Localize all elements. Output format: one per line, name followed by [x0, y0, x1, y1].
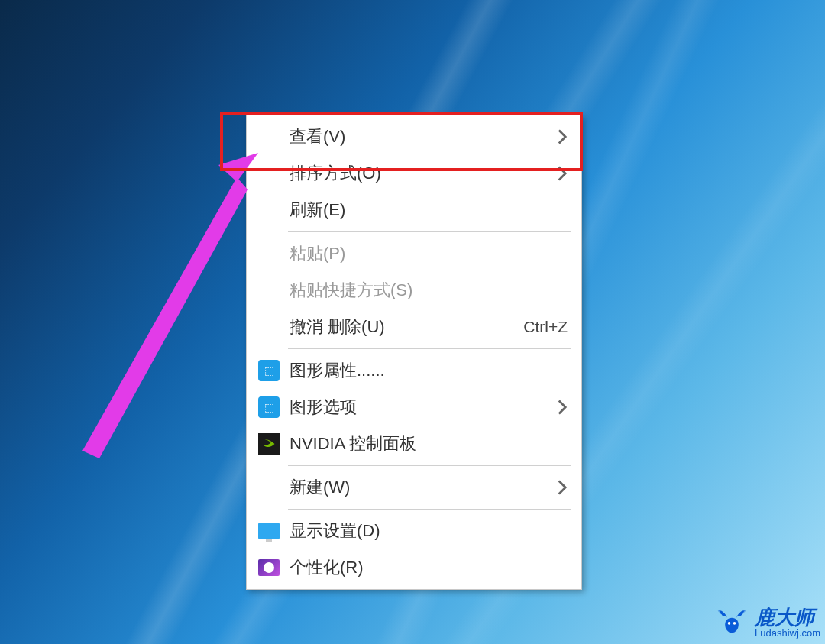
menu-item-nvidia-control-panel[interactable]: NVIDIA 控制面板: [248, 426, 580, 462]
menu-item-view[interactable]: 查看(V): [248, 118, 580, 155]
watermark-url: Ludashiwj.com: [755, 628, 820, 639]
chevron-right-icon: [557, 398, 568, 416]
menu-item-paste-shortcut: 粘贴快捷方式(S): [248, 272, 580, 309]
menu-item-undo-delete[interactable]: 撤消 删除(U) Ctrl+Z: [248, 309, 580, 345]
menu-item-label: 显示设置(D): [290, 519, 568, 542]
menu-item-label: 排序方式(O): [290, 162, 557, 185]
blank-icon: [254, 125, 283, 148]
menu-item-paste: 粘贴(P): [248, 235, 580, 272]
intel-graphics-icon: ⬚: [254, 396, 283, 419]
menu-separator: [288, 509, 571, 510]
svg-point-2: [728, 622, 731, 625]
menu-item-label: 撤消 删除(U): [290, 316, 523, 338]
menu-item-personalize[interactable]: 个性化(R): [248, 549, 580, 586]
deer-logo-icon: [715, 606, 749, 639]
desktop-context-menu: 查看(V) 排序方式(O) 刷新(E) 粘贴(P) 粘贴快捷方式(S) 撤消 删…: [246, 115, 582, 590]
menu-item-shortcut: Ctrl+Z: [523, 318, 568, 336]
chevron-right-icon: [557, 478, 568, 497]
blank-icon: [254, 476, 283, 499]
menu-item-graphics-properties[interactable]: ⬚ 图形属性......: [248, 352, 580, 389]
menu-item-label: 图形选项: [290, 396, 557, 419]
watermark: 鹿大师 Ludashiwj.com: [715, 606, 820, 639]
menu-item-new[interactable]: 新建(W): [248, 469, 580, 506]
svg-point-3: [733, 622, 736, 625]
menu-item-label: 粘贴(P): [290, 242, 568, 265]
blank-icon: [254, 279, 283, 302]
menu-separator: [288, 231, 571, 232]
intel-graphics-icon: ⬚: [254, 359, 283, 382]
menu-item-label: 个性化(R): [290, 556, 568, 579]
chevron-right-icon: [557, 164, 568, 183]
menu-item-sort[interactable]: 排序方式(O): [248, 155, 580, 192]
nvidia-icon: [254, 432, 283, 455]
blank-icon: [254, 162, 283, 185]
menu-separator: [288, 348, 571, 349]
menu-item-display-settings[interactable]: 显示设置(D): [248, 513, 580, 549]
display-settings-icon: [254, 519, 283, 542]
menu-item-graphics-options[interactable]: ⬚ 图形选项: [248, 389, 580, 426]
menu-item-label: 查看(V): [290, 125, 557, 148]
menu-item-label: NVIDIA 控制面板: [290, 432, 568, 455]
menu-item-label: 图形属性......: [290, 359, 568, 382]
watermark-brand: 鹿大师: [755, 607, 820, 629]
blank-icon: [254, 199, 283, 222]
menu-item-refresh[interactable]: 刷新(E): [248, 192, 580, 228]
personalize-icon: [254, 556, 283, 579]
menu-separator: [288, 465, 571, 466]
menu-item-label: 刷新(E): [290, 199, 568, 222]
blank-icon: [254, 242, 283, 265]
chevron-right-icon: [557, 128, 568, 146]
blank-icon: [254, 316, 283, 338]
menu-item-label: 新建(W): [290, 476, 557, 499]
menu-item-label: 粘贴快捷方式(S): [290, 279, 568, 302]
